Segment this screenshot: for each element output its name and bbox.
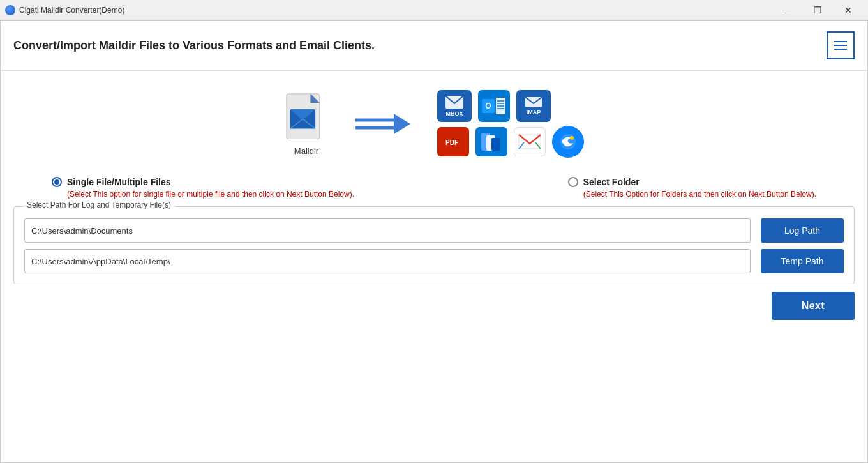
title-bar: Cigati Maildir Converter(Demo) — ❐ ✕: [0, 0, 868, 20]
svg-text:PDF: PDF: [445, 139, 458, 146]
svg-rect-25: [491, 138, 500, 151]
hamburger-line-1: [834, 41, 847, 42]
options-area: Single File/Multiple Files (Select This …: [13, 171, 855, 201]
target-row-2: PDF: [437, 126, 584, 158]
gmail-icon: [514, 127, 546, 156]
path-section-legend: Select Path For Log and Temporary File(s…: [23, 201, 175, 209]
single-file-title: Single File/Multiple Files: [67, 177, 171, 187]
outlook-icon: O: [478, 90, 510, 122]
pdf-icon: PDF: [437, 127, 469, 156]
path-row: Log Path Temp Path: [24, 218, 844, 273]
radio-selected-indicator: [54, 179, 59, 185]
svg-marker-10: [394, 114, 410, 134]
maildir-icon: Maildir: [284, 93, 329, 156]
single-file-label-row[interactable]: Single File/Multiple Files: [52, 177, 171, 187]
svg-point-31: [570, 136, 574, 140]
log-path-input[interactable]: [24, 218, 751, 243]
select-folder-option[interactable]: Select Folder (Select This Option for Fo…: [568, 177, 816, 199]
svg-text:O: O: [485, 102, 491, 110]
conversion-arrow: [354, 111, 412, 137]
log-path-button[interactable]: Log Path: [761, 218, 844, 243]
mbox-icon: MBOX: [437, 90, 472, 122]
target-row-1: MBOX O: [437, 90, 584, 122]
select-folder-hint: (Select This Option for Folders and then…: [583, 190, 816, 199]
illustration-area: Maildir: [13, 71, 855, 171]
single-file-option[interactable]: Single File/Multiple Files (Select This …: [52, 177, 354, 199]
path-inputs: [24, 218, 751, 273]
title-bar-left: Cigati Maildir Converter(Demo): [5, 5, 124, 15]
select-folder-radio[interactable]: [568, 177, 578, 187]
main-content: Maildir: [1, 71, 867, 462]
select-folder-title: Select Folder: [583, 177, 640, 187]
hamburger-line-3: [834, 49, 847, 50]
maximize-button[interactable]: ❐: [803, 0, 832, 20]
app-header-title: Convert/Import Maildir Files to Various …: [13, 39, 375, 52]
path-buttons: Log Path Temp Path: [761, 218, 844, 273]
minimize-button[interactable]: —: [772, 0, 802, 20]
temp-path-button[interactable]: Temp Path: [761, 249, 844, 273]
arrow-area: [354, 111, 412, 137]
hamburger-line-2: [834, 45, 847, 46]
next-button[interactable]: Next: [772, 292, 855, 320]
select-folder-label-row[interactable]: Select Folder: [568, 177, 640, 187]
office-icon: [475, 127, 507, 156]
single-file-radio[interactable]: [52, 177, 62, 187]
close-button[interactable]: ✕: [834, 0, 863, 20]
app-icon: [5, 5, 15, 15]
path-section: Select Path For Log and Temporary File(s…: [13, 206, 855, 284]
app-header: Convert/Import Maildir Files to Various …: [1, 21, 867, 71]
window-controls: — ❐ ✕: [772, 0, 863, 20]
imap-icon: IMAP: [516, 90, 551, 122]
maildir-file-icon: [284, 93, 329, 144]
temp-path-input[interactable]: [24, 249, 751, 273]
app-window: Convert/Import Maildir Files to Various …: [0, 20, 868, 463]
single-file-hint: (Select This option for single file or m…: [67, 190, 354, 199]
bottom-row: Next: [13, 287, 855, 323]
maildir-label: Maildir: [294, 146, 318, 156]
window-title: Cigati Maildir Converter(Demo): [19, 6, 124, 15]
hamburger-menu-button[interactable]: [827, 31, 855, 59]
thunderbird-icon: [552, 126, 584, 158]
target-icons: MBOX O: [437, 90, 584, 158]
